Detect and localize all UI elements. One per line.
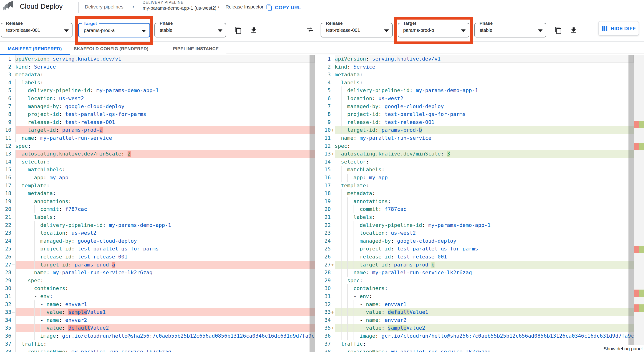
- code-line: 18 metadata:: [324, 189, 634, 197]
- code-text: kind: Service: [335, 63, 375, 71]
- code-text: labels:: [15, 213, 56, 221]
- code-text: labels:: [335, 79, 363, 87]
- diff-panel-modified[interactable]: 1apiVersion: serving.knative.dev/v12kind…: [324, 55, 634, 352]
- diff-marker: +: [331, 150, 334, 158]
- copy-manifest-left-icon[interactable]: [234, 26, 242, 34]
- line-number: 29: [324, 277, 331, 285]
- code-line: 22 delivery-pipeline-id: my-params-demo-…: [324, 221, 634, 229]
- code-text: selector:: [15, 158, 50, 166]
- code-text: target-id: params-prod-a: [15, 126, 103, 134]
- code-line: 28 name: my-parallel-run-service-lk2r6za…: [0, 269, 315, 277]
- code-text: labels:: [335, 213, 375, 221]
- line-number: 32: [0, 300, 11, 308]
- code-line: 34 - name: envvar2: [324, 316, 634, 324]
- cloud-deploy-logo-icon: [2, 1, 14, 11]
- code-text: image: gcr.io/cloudrun/hello@sha256:7c0a…: [15, 332, 315, 340]
- line-number: 23: [324, 229, 331, 237]
- code-text: target-id: params-prod-b: [335, 261, 434, 269]
- line-highlight: [335, 189, 634, 197]
- line-number: 11: [0, 134, 11, 142]
- code-text: metadata:: [15, 71, 43, 79]
- release-select-left[interactable]: Release test-release-001: [1, 23, 72, 38]
- ruler-added-mark: [639, 143, 644, 150]
- tab-skaffold-config-rendered[interactable]: SKAFFOLD CONFIG (RENDERED): [70, 43, 152, 55]
- code-text: autoscaling.knative.dev/minScale: 3: [335, 150, 450, 158]
- diff-overview-ruler[interactable]: [634, 55, 644, 352]
- line-number: 10: [0, 126, 11, 134]
- phase-select-right[interactable]: Phase stable: [474, 23, 546, 38]
- line-number: 4: [0, 79, 11, 87]
- code-line: 10− target-id: params-prod-a: [0, 126, 315, 134]
- line-highlight: [335, 142, 634, 150]
- show-debug-panel-link[interactable]: Show debug panel: [600, 345, 644, 352]
- code-text: location: us-west2: [15, 95, 84, 103]
- target-select-left-label: Target: [82, 21, 98, 26]
- line-highlight: [335, 292, 634, 300]
- code-line: 21 labels:: [0, 213, 315, 221]
- code-text: managed-by: google-cloud-deploy: [15, 103, 124, 111]
- line-number: 19: [324, 197, 331, 205]
- hide-diff-label: HIDE DIFF: [610, 26, 636, 31]
- line-highlight: [335, 182, 634, 190]
- ruler-removed-mark: [634, 289, 639, 297]
- line-number: 26: [0, 253, 11, 261]
- phase-select-right-value: stable: [480, 28, 492, 33]
- target-select-right[interactable]: Target params-prod-b: [398, 23, 469, 38]
- line-number: 15: [0, 166, 11, 174]
- copy-manifest-right-icon[interactable]: [554, 26, 562, 34]
- code-line: 20 commit: f787cac: [0, 205, 315, 213]
- code-line: 23 location: us-west2: [0, 229, 315, 237]
- download-manifest-right-icon[interactable]: [570, 26, 578, 34]
- phase-select-left[interactable]: Phase stable: [154, 23, 226, 38]
- scrollbar-thumb-left[interactable]: [310, 55, 315, 352]
- code-line: 2kind: Service: [0, 63, 315, 71]
- code-text: annotations:: [15, 197, 71, 205]
- target-select-left[interactable]: Target params-prod-a: [78, 23, 150, 38]
- code-line: 4 labels:: [324, 79, 634, 87]
- code-text: autoscaling.knative.dev/minScale: 2: [15, 150, 131, 158]
- code-line: 8 project-id: test-parallel-qs-for-parms: [0, 110, 315, 118]
- code-text: name: my-parallel-run-service: [335, 134, 432, 142]
- code-text: project-id: test-parallel-qs-for-parms: [335, 245, 478, 253]
- line-number: 6: [0, 95, 11, 103]
- swap-targets-icon[interactable]: [307, 26, 314, 33]
- tab-pipeline-instance[interactable]: PIPELINE INSTANCE: [164, 43, 228, 55]
- line-number: 10: [324, 126, 331, 134]
- line-number: 1: [0, 55, 11, 63]
- code-line: 38 - revisionName: my-parallel-run-servi…: [0, 348, 315, 352]
- code-text: location: us-west2: [335, 229, 416, 237]
- code-line: 34 - name: envvar2: [0, 316, 315, 324]
- phase-select-right-label: Phase: [478, 21, 494, 26]
- line-number: 35: [324, 324, 331, 332]
- target-select-left-value: params-prod-a: [84, 28, 115, 33]
- breadcrumb-pipeline[interactable]: DELIVERY PIPELINE my-params-demo-app-1 (…: [143, 1, 216, 11]
- breadcrumb-delivery-pipelines[interactable]: Delivery pipelines: [85, 4, 124, 10]
- line-number: 36: [324, 332, 331, 340]
- line-highlight: [335, 277, 634, 285]
- code-line: 32 - name: envvar1: [324, 300, 634, 308]
- diff-panel-original[interactable]: 1apiVersion: serving.knative.dev/v12kind…: [0, 55, 315, 352]
- hide-diff-button[interactable]: HIDE DIFF: [598, 21, 639, 36]
- tab-manifest-rendered[interactable]: MANIFEST (RENDERED): [0, 43, 70, 55]
- line-number: 31: [324, 292, 331, 300]
- phase-select-left-value: stable: [160, 28, 172, 33]
- download-manifest-left-icon[interactable]: [250, 26, 258, 34]
- copy-url-label: COPY URL: [275, 5, 301, 10]
- code-text: release-id: test-release-001: [335, 118, 434, 126]
- code-text: image: gcr.io/cloudrun/hello@sha256:7c0a…: [335, 332, 634, 340]
- line-number: 18: [324, 189, 331, 197]
- scrollbar-thumb-right[interactable]: [628, 55, 634, 352]
- line-number: 7: [324, 103, 331, 111]
- release-select-right-label: Release: [324, 21, 344, 26]
- code-line: 23 location: us-west2: [324, 229, 634, 237]
- code-text: selector:: [335, 158, 369, 166]
- code-text: delivery-pipeline-id: my-params-demo-app…: [15, 221, 171, 229]
- code-line: 5 delivery-pipeline-id: my-params-demo-a…: [0, 87, 315, 95]
- code-text: containers:: [15, 284, 68, 292]
- copy-url-button[interactable]: COPY URL: [266, 3, 301, 13]
- code-text: - revisionName: my-parallel-run-service-…: [15, 348, 171, 352]
- release-select-right[interactable]: Release test-release-001: [320, 23, 392, 38]
- product-name: Cloud Deploy: [20, 2, 63, 10]
- line-number: 33: [324, 308, 331, 316]
- line-number: 31: [0, 292, 11, 300]
